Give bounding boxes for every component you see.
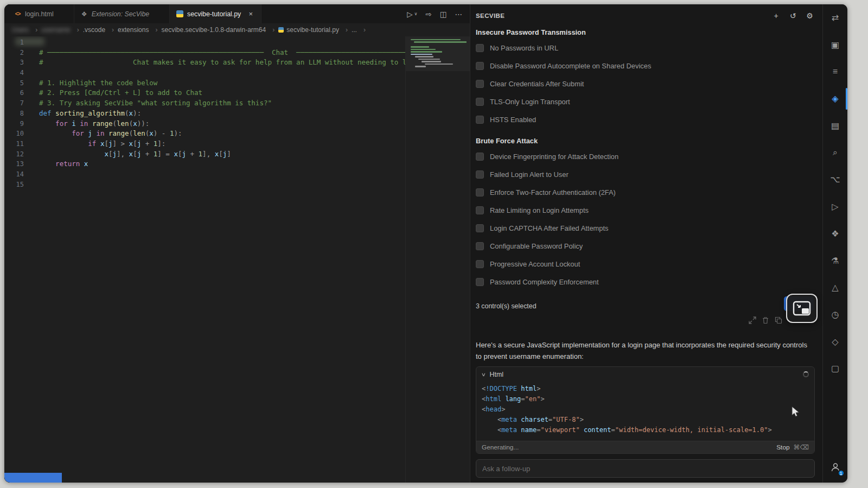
security-control-row[interactable]: Configurable Password Policy <box>473 237 822 255</box>
breadcrumb-file[interactable]: secvibe-tutorial.py <box>278 26 352 34</box>
chat-code-block[interactable]: <!DOCTYPE html><html lang="en"><head> <m… <box>476 382 814 441</box>
tab-login-html[interactable]: <> login.html <box>8 4 74 23</box>
security-control-row[interactable]: Password Complexity Enforcement <box>473 273 822 291</box>
security-control-row[interactable]: Device Fingerprinting for Attack Detecti… <box>473 148 822 166</box>
delete-icon[interactable] <box>762 316 769 324</box>
checkbox-label: Progressive Account Lockout <box>490 260 580 268</box>
checkbox-label: Disable Password Autocomplete on Shared … <box>490 62 651 70</box>
history-icon[interactable]: ↺ <box>788 11 797 20</box>
checkbox[interactable] <box>476 224 484 232</box>
tab-label: login.html <box>25 10 54 18</box>
history-clock-icon[interactable]: ◷ <box>823 301 847 328</box>
panel-title: SECVIBE <box>476 12 505 19</box>
run-debug-icon[interactable]: ▷ <box>823 193 847 220</box>
line-number: 10 <box>4 129 24 139</box>
pages-icon[interactable]: ▤ <box>823 112 847 140</box>
security-control-row[interactable]: Clear Credentials After Submit <box>473 75 822 93</box>
checkbox[interactable] <box>476 62 484 70</box>
security-control-row[interactable]: Rate Limiting on Login Attempts <box>473 201 822 219</box>
tab-file-icon: <> <box>14 10 21 17</box>
more-actions-icon[interactable]: ⋯ <box>455 10 463 18</box>
screen-pip-overlay-icon[interactable] <box>786 294 818 323</box>
search-icon[interactable]: ⌕ <box>823 139 847 166</box>
python-file-icon <box>278 27 284 33</box>
checkbox[interactable] <box>476 153 484 161</box>
stop-button[interactable]: Stop ⌘⌫ <box>776 443 809 451</box>
triangle-icon[interactable]: △ <box>823 274 847 301</box>
code-line: 1 <box>4 37 405 48</box>
account-icon[interactable]: 1 <box>830 462 841 475</box>
copy-icon[interactable] <box>775 316 782 324</box>
security-control-row[interactable]: Failed Login Alert to User <box>473 166 822 183</box>
breadcrumb-symbol[interactable]: ... <box>352 26 369 34</box>
documents-icon[interactable]: ▢ <box>823 355 847 382</box>
code-line: 7# 3. Try asking SecVibe "what sorting a… <box>4 98 405 109</box>
hexagon-icon[interactable]: ◇ <box>823 328 847 355</box>
remote-status-indicator[interactable] <box>4 473 62 483</box>
tab-extension-secvibe[interactable]: ❖ Extension: SecVibe <box>74 4 170 23</box>
open-preview-icon[interactable]: ⇨ <box>425 10 431 18</box>
checkbox[interactable] <box>476 44 484 52</box>
tab-file-icon: ❖ <box>81 10 88 17</box>
extensions-icon[interactable]: ❖ <box>823 220 847 248</box>
checkbox-label: Rate Limiting on Login Attempts <box>490 206 589 214</box>
settings-gear-icon[interactable]: ⚙ <box>805 11 814 20</box>
tab-secvibe-tutorial[interactable]: secvibe-tutorial.py × <box>170 4 261 23</box>
chat-code-card: ∨ Html <!DOCTYPE html><html lang="en"><h… <box>476 366 815 454</box>
expand-icon[interactable] <box>749 316 756 324</box>
control-list-1: No Passwords in URL Disable Password Aut… <box>473 39 822 129</box>
code-area[interactable]: 12# ────────────────────────────────────… <box>4 37 405 483</box>
line-number: 6 <box>4 88 24 98</box>
checkbox[interactable] <box>476 242 484 250</box>
breadcrumb-extension-dir[interactable]: secvibe.secvibe-1.0.8-darwin-arm64 <box>161 26 278 34</box>
checkbox[interactable] <box>476 170 484 179</box>
chevron-down-icon[interactable]: ∨ <box>481 372 486 377</box>
line-number: 8 <box>4 109 24 119</box>
run-dropdown-icon[interactable]: ∨ <box>414 11 418 16</box>
checkbox[interactable] <box>476 98 484 106</box>
security-control-row[interactable]: HSTS Enabled <box>473 111 822 129</box>
checkbox[interactable] <box>476 188 484 197</box>
generating-label: Generating... <box>482 443 519 451</box>
code-card-header[interactable]: ∨ Html <box>476 367 814 382</box>
code-line: 10 for j in range(len(x) - 1): <box>4 129 405 139</box>
run-button[interactable]: ▷ ∨ <box>407 10 417 18</box>
followup-input[interactable] <box>476 465 814 473</box>
control-list-2: Device Fingerprinting for Attack Detecti… <box>473 148 822 291</box>
checkbox[interactable] <box>476 278 484 286</box>
security-control-row[interactable]: Enforce Two-Factor Authentication (2FA) <box>473 183 822 201</box>
checkbox[interactable] <box>476 260 484 268</box>
security-control-row[interactable]: Login CAPTCHA After Failed Attempts <box>473 219 822 237</box>
checkbox[interactable] <box>476 116 484 124</box>
checkbox[interactable] <box>476 206 484 214</box>
panel-actions: + ↺ ⚙ <box>771 11 814 20</box>
secvibe-icon[interactable]: ◈ <box>823 85 847 112</box>
checkbox-label: Clear Credentials After Submit <box>490 80 584 88</box>
line-number: 1 <box>4 37 24 48</box>
blocks-icon[interactable]: ▣ <box>823 31 847 59</box>
security-control-row[interactable]: TLS-Only Login Transport <box>473 93 822 111</box>
breadcrumb-username[interactable]: username <box>41 26 82 34</box>
security-control-row[interactable]: Progressive Account Lockout <box>473 255 822 273</box>
add-icon[interactable]: + <box>771 11 781 20</box>
tab-close-icon[interactable]: × <box>247 10 254 18</box>
security-control-row[interactable]: No Passwords in URL <box>473 39 822 57</box>
checkbox-label: HSTS Enabled <box>490 116 536 124</box>
source-control-icon[interactable]: ⌥ <box>823 166 847 193</box>
breadcrumb-extensions[interactable]: extensions <box>118 26 161 34</box>
checkbox[interactable] <box>476 80 484 88</box>
line-number: 14 <box>4 169 24 180</box>
remote-window-icon[interactable]: ⇄ <box>823 4 847 31</box>
code-line: 3# Chat makes it easy to ask for help fr… <box>4 58 405 68</box>
code-line: 6# 2. Press [Cmd/Ctrl + L] to add to Cha… <box>4 88 405 98</box>
loading-spinner-icon <box>803 371 809 377</box>
split-editor-icon[interactable]: ◫ <box>440 10 447 18</box>
outline-list-icon[interactable]: ≡ <box>823 58 847 85</box>
security-control-row[interactable]: Disable Password Autocomplete on Shared … <box>473 57 822 75</box>
code-editor[interactable]: 12# ────────────────────────────────────… <box>4 36 470 483</box>
breadcrumb-users[interactable]: Users <box>12 26 41 34</box>
minimap[interactable] <box>405 36 470 483</box>
breadcrumb-vscode[interactable]: .vscode <box>83 26 118 34</box>
code-line: 5# 1. Highlight the code below <box>4 78 405 88</box>
testing-flask-icon[interactable]: ⚗ <box>823 247 847 274</box>
